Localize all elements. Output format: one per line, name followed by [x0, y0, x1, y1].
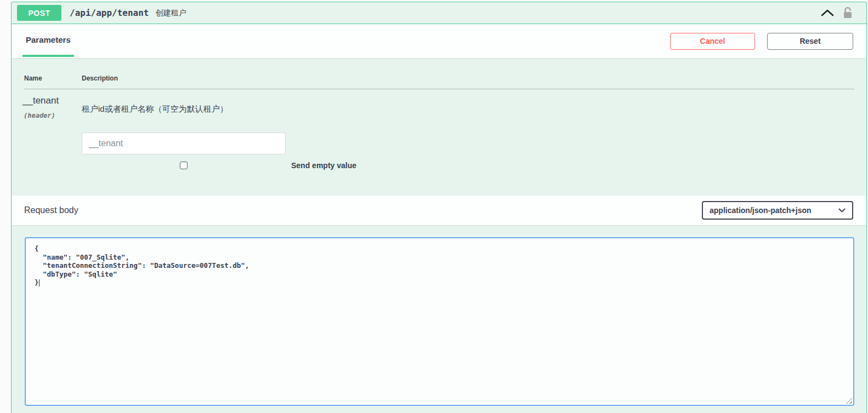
request-body-editor[interactable]: { "name": "007_Sqlite", "tenantConnectio…	[25, 237, 854, 406]
table-divider	[24, 89, 854, 89]
reset-button[interactable]: Reset	[767, 33, 853, 50]
request-body-section: { "name": "007_Sqlite", "tenantConnectio…	[12, 225, 866, 413]
cancel-button[interactable]: Cancel	[670, 33, 755, 50]
method-badge: POST	[17, 5, 61, 21]
swagger-screen: POST /api/app/tenant 创建租户 Parameters Can…	[0, 0, 868, 413]
text-caret	[39, 279, 39, 286]
lock-open-icon[interactable]	[842, 7, 853, 20]
param-name: __tenant	[22, 95, 59, 106]
endpoint-path: /api/app/tenant	[70, 8, 149, 18]
action-buttons: Cancel Reset	[670, 33, 853, 50]
opblock-post-tenant: POST /api/app/tenant 创建租户 Parameters Can…	[11, 2, 867, 413]
request-body-label: Request body	[24, 205, 78, 215]
tenant-input[interactable]	[82, 133, 286, 154]
column-header-description: Description	[82, 74, 118, 82]
chevron-down-icon	[838, 208, 846, 213]
request-body-header-strip: Request body application/json-patch+json	[12, 196, 866, 225]
request-body-json: { "name": "007_Sqlite", "tenantConnectio…	[26, 238, 853, 293]
endpoint-description: 创建租户	[156, 8, 186, 18]
send-empty-label: Send empty value	[291, 161, 356, 170]
chevron-up-icon[interactable]	[821, 9, 834, 16]
param-description: 租户id或者租户名称（可空为默认租户）	[82, 104, 228, 114]
resize-handle-icon[interactable]	[846, 398, 852, 404]
parameters-header-strip: Parameters Cancel Reset	[12, 24, 866, 58]
summary-icons	[821, 7, 853, 20]
send-empty-checkbox[interactable]	[180, 162, 188, 169]
param-location: (header)	[24, 112, 55, 119]
tab-parameters[interactable]: Parameters	[22, 24, 74, 57]
content-type-select[interactable]: application/json-patch+json	[702, 201, 853, 220]
endpoint-summary[interactable]: POST /api/app/tenant 创建租户	[12, 2, 866, 24]
column-header-name: Name	[24, 74, 42, 82]
parameters-table: Name Description __tenant (header) 租户id或…	[12, 58, 866, 196]
content-type-value: application/json-patch+json	[710, 206, 812, 215]
